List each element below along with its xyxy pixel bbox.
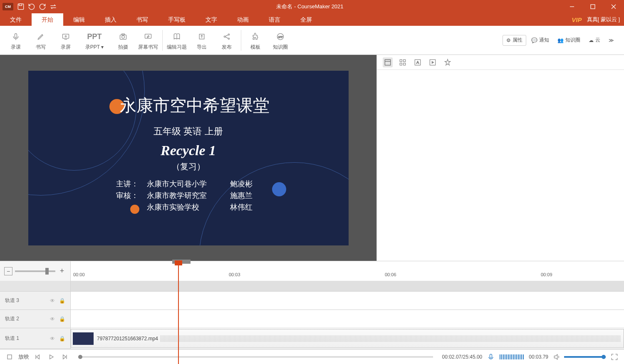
preview-panel: 永康市空中希望课堂 五年级 英语 上册 Recycle 1 （复习） 主讲：永康… [0, 55, 376, 261]
properties-button[interactable]: ⚙属性 [503, 35, 526, 46]
panel-tab-star-icon[interactable] [443, 57, 453, 67]
mic-icon[interactable] [486, 352, 495, 362]
clip-thumbnail [73, 332, 94, 345]
tab-animation[interactable]: 动画 [227, 13, 259, 26]
next-button[interactable] [60, 352, 69, 362]
knowledge-right-button[interactable]: 👥知识圈 [554, 37, 584, 44]
save-icon[interactable] [16, 2, 26, 12]
lock-icon[interactable]: 🔒 [59, 298, 65, 304]
vip-badge[interactable]: VIP [572, 16, 582, 23]
eye-icon[interactable]: 👁 [50, 316, 55, 322]
template-button[interactable]: 模板 [243, 27, 268, 54]
app-icon: APP [276, 30, 285, 44]
slide-canvas[interactable]: 永康市空中希望课堂 五年级 英语 上册 Recycle 1 （复习） 主讲：永康… [28, 71, 349, 245]
lock-icon[interactable]: 🔒 [59, 316, 65, 322]
cloud-icon: ☁ [589, 37, 594, 43]
tab-start[interactable]: 开始 [32, 13, 63, 26]
cloud-button[interactable]: ☁云 [585, 37, 604, 44]
tab-language[interactable]: 语言 [259, 13, 290, 26]
window-title: 未命名 - CourseMaker 2021 [58, 3, 562, 10]
microphone-icon [12, 30, 20, 44]
swap-icon[interactable] [48, 2, 58, 12]
svg-rect-33 [7, 355, 12, 359]
maximize-button[interactable] [582, 0, 603, 13]
svg-point-17 [224, 36, 225, 37]
svg-rect-26 [400, 59, 402, 62]
prev-button[interactable] [33, 352, 42, 362]
notify-button[interactable]: 💬通知 [528, 37, 552, 44]
camera-button[interactable]: 拍摄 [111, 27, 136, 54]
tab-insert[interactable]: 插入 [95, 13, 126, 26]
export-button[interactable]: 导出 [189, 27, 214, 54]
close-button[interactable] [603, 0, 624, 13]
tab-fullscreen[interactable]: 全屏 [290, 13, 322, 26]
share-icon [223, 30, 231, 44]
volume-icon[interactable] [552, 352, 562, 362]
svg-text:A: A [416, 60, 419, 64]
playhead[interactable] [178, 261, 179, 364]
waveform [161, 335, 621, 342]
record-ppt-button[interactable]: PPT录PPT ▾ [78, 27, 111, 54]
tracks: 轨道 3👁🔒 轨道 2👁🔒 轨道 1👁🔒 797877201251663872.… [0, 281, 624, 349]
tab-edit[interactable]: 编辑 [63, 13, 95, 26]
fullscreen-button[interactable] [610, 352, 619, 362]
screen-write-button[interactable]: 屏幕书写 [136, 27, 161, 54]
lock-icon[interactable]: 🔒 [59, 336, 65, 342]
tab-text[interactable]: 文字 [196, 13, 227, 26]
chat-icon: 💬 [531, 37, 537, 43]
svg-point-18 [228, 34, 229, 35]
tab-handwrite[interactable]: 手写板 [158, 13, 196, 26]
app-logo: CM [2, 3, 13, 10]
progress-slider[interactable] [78, 356, 433, 358]
ppt-icon: PPT [87, 30, 102, 44]
timecode-main: 00:02.07/25:45.00 [442, 354, 483, 360]
screen-record-button[interactable]: 录屏 [53, 27, 78, 54]
tab-file[interactable]: 文件 [0, 13, 32, 26]
slide-recycle: Recycle 1 [28, 143, 349, 158]
slide-review: （复习） [28, 161, 349, 172]
svg-rect-27 [404, 59, 406, 62]
svg-text:APP: APP [278, 36, 283, 38]
timeline-header: − + 00:00 00:03 00:06 00:09 [0, 261, 624, 281]
edit-exercise-button[interactable]: 编辑习题 [164, 27, 189, 54]
track-3[interactable]: 轨道 3👁🔒 [0, 292, 624, 310]
user-label[interactable]: 真真[ 蒙以云 ] [587, 16, 620, 23]
zoom-in-button[interactable]: + [58, 267, 66, 275]
minimize-button[interactable] [562, 0, 582, 13]
record-button[interactable]: 录课 [3, 27, 28, 54]
monitor-icon [62, 30, 70, 44]
eye-icon[interactable]: 👁 [50, 298, 55, 304]
panel-tab-grid-icon[interactable] [398, 57, 408, 67]
panel-tab-play-icon[interactable] [428, 57, 438, 67]
eye-icon[interactable]: 👁 [50, 336, 55, 342]
tab-write[interactable]: 书写 [126, 13, 158, 26]
panel-tab-text-icon[interactable]: A [413, 57, 423, 67]
publish-button[interactable]: 发布 [214, 27, 239, 54]
svg-rect-6 [15, 34, 17, 38]
zoom-out-button[interactable]: − [4, 267, 12, 275]
screen-pen-icon [144, 30, 152, 44]
volume-slider[interactable] [564, 356, 606, 358]
play-label: 放映 [18, 353, 29, 361]
play-button[interactable] [47, 352, 56, 362]
mic-level [500, 354, 525, 359]
panel-tab-window-icon[interactable] [383, 57, 393, 67]
gear-icon: ⚙ [506, 37, 511, 43]
redo-icon[interactable] [37, 2, 47, 12]
svg-point-19 [228, 38, 229, 39]
book-icon [173, 30, 181, 44]
more-button[interactable]: ≫ [605, 37, 617, 43]
undo-icon[interactable] [27, 2, 37, 12]
knowledge-button[interactable]: APP知识圈 [268, 27, 293, 54]
svg-rect-3 [591, 5, 595, 9]
track-2[interactable]: 轨道 2👁🔒 [0, 310, 624, 328]
timeline-ruler[interactable]: 00:00 00:03 00:06 00:09 [71, 261, 624, 281]
titlebar: CM 未命名 - CourseMaker 2021 [0, 0, 624, 13]
menubar: 文件 开始 编辑 插入 书写 手写板 文字 动画 语言 全屏 VIP 真真[ 蒙… [0, 13, 624, 26]
video-clip[interactable]: 797877201251663872.mp4 [71, 329, 624, 348]
svg-rect-8 [63, 34, 69, 38]
write-button[interactable]: 书写 [28, 27, 53, 54]
zoom-slider[interactable] [15, 270, 55, 272]
track-1[interactable]: 轨道 1👁🔒 797877201251663872.mp4 [0, 328, 624, 349]
stop-button[interactable] [5, 352, 14, 362]
